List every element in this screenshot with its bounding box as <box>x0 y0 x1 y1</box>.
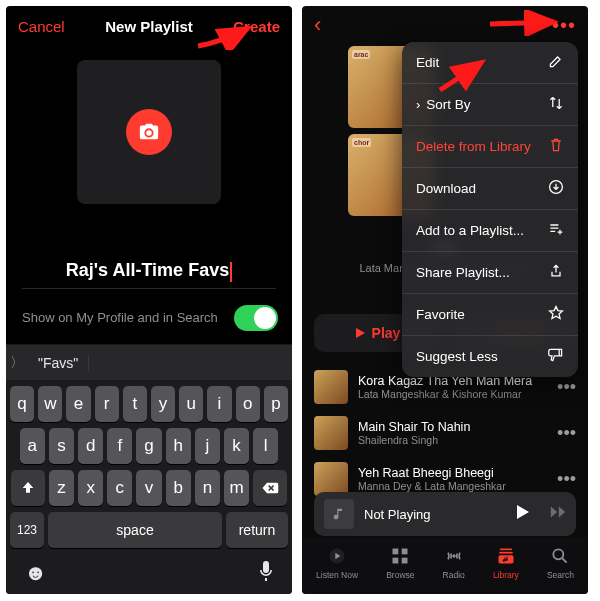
now-playing-next-button[interactable] <box>550 504 566 524</box>
key-i[interactable]: i <box>207 386 231 422</box>
key-m[interactable]: m <box>224 470 249 506</box>
menu-item-share-playlist[interactable]: Share Playlist... <box>402 252 578 294</box>
track-more-button[interactable]: ••• <box>557 377 576 398</box>
key-l[interactable]: l <box>253 428 278 464</box>
key-v[interactable]: v <box>136 470 161 506</box>
tab-label: Listen Now <box>316 570 358 580</box>
menu-item-suggest-less[interactable]: Suggest Less <box>402 336 578 377</box>
emoji-key[interactable]: ☻ <box>24 560 47 586</box>
nav-bar: Cancel New Playlist Create <box>6 6 292 40</box>
tab-radio[interactable]: Radio <box>443 546 465 580</box>
key-q[interactable]: q <box>10 386 34 422</box>
key-y[interactable]: y <box>151 386 175 422</box>
tab-library[interactable]: Library <box>493 546 519 580</box>
key-a[interactable]: a <box>20 428 45 464</box>
now-playing-bar[interactable]: Not Playing <box>314 492 576 536</box>
menu-item-delete-from-library[interactable]: Delete from Library <box>402 126 578 168</box>
menu-item-label: Download <box>416 181 476 196</box>
key-e[interactable]: e <box>66 386 90 422</box>
shift-key[interactable] <box>11 470 45 506</box>
show-on-profile-label: Show on My Profile and in Search <box>22 310 218 325</box>
key-d[interactable]: d <box>78 428 103 464</box>
tab-search[interactable]: Search <box>547 546 574 580</box>
tab-listen-now[interactable]: Listen Now <box>316 546 358 580</box>
return-key[interactable]: return <box>226 512 288 548</box>
now-playing-art <box>324 499 354 529</box>
key-x[interactable]: x <box>78 470 103 506</box>
menu-item-download[interactable]: Download <box>402 168 578 210</box>
cancel-button[interactable]: Cancel <box>18 18 65 35</box>
suggestion-item[interactable]: "Favs" <box>28 355 89 371</box>
tab-label: Browse <box>386 570 414 580</box>
space-key[interactable]: space <box>48 512 222 548</box>
more-options-button[interactable]: ••• <box>552 14 576 37</box>
key-u[interactable]: u <box>179 386 203 422</box>
menu-item-add-to-a-playlist[interactable]: Add to a Playlist... <box>402 210 578 252</box>
key-c[interactable]: c <box>107 470 132 506</box>
top-bar: ‹ ••• <box>302 6 588 36</box>
menu-item-label: Add to a Playlist... <box>416 223 524 238</box>
key-w[interactable]: w <box>38 386 62 422</box>
track-row[interactable]: Main Shair To NahinShailendra Singh••• <box>314 410 576 456</box>
menu-item-sort-by[interactable]: ›Sort By <box>402 84 578 126</box>
svg-point-5 <box>452 554 455 557</box>
track-more-button[interactable]: ••• <box>557 469 576 490</box>
context-menu: Edit›Sort ByDelete from LibraryDownloadA… <box>402 42 578 377</box>
dictation-key[interactable] <box>258 560 274 586</box>
suggestion-expand-icon[interactable]: 〉 <box>6 354 28 372</box>
share-icon <box>548 263 564 282</box>
playlist-add-icon <box>548 221 564 240</box>
back-button[interactable]: ‹ <box>314 12 321 38</box>
nav-title: New Playlist <box>105 18 193 35</box>
key-r[interactable]: r <box>95 386 119 422</box>
library-icon <box>496 546 516 568</box>
track-artist: Manna Dey & Lata Mangeshkar <box>358 480 547 492</box>
track-meta: Yeh Raat Bheegi BheegiManna Dey & Lata M… <box>358 466 547 492</box>
key-k[interactable]: k <box>224 428 249 464</box>
key-j[interactable]: j <box>195 428 220 464</box>
left-screenshot-new-playlist: Cancel New Playlist Create Raj's All-Tim… <box>6 6 292 594</box>
key-p[interactable]: p <box>264 386 288 422</box>
track-meta: Main Shair To NahinShailendra Singh <box>358 420 547 446</box>
key-b[interactable]: b <box>166 470 191 506</box>
number-key[interactable]: 123 <box>10 512 44 548</box>
sort-icon <box>548 95 564 114</box>
key-s[interactable]: s <box>49 428 74 464</box>
artwork-tag-1: arac <box>352 50 370 59</box>
playlist-name-input[interactable]: Raj's All-Time Favs <box>22 260 276 289</box>
keyboard-row-4: 123 space return <box>10 512 288 548</box>
menu-item-label: Sort By <box>426 97 470 112</box>
playlist-cover-picker[interactable] <box>77 60 221 204</box>
key-t[interactable]: t <box>123 386 147 422</box>
tab-browse[interactable]: Browse <box>386 546 414 580</box>
create-button[interactable]: Create <box>233 18 280 35</box>
svg-rect-6 <box>500 549 512 551</box>
key-z[interactable]: z <box>49 470 74 506</box>
menu-item-label: Delete from Library <box>416 139 531 154</box>
right-screenshot-playlist-menu: ‹ ••• arac chor Ra Lata Mangeshkar & Kis… <box>302 6 588 594</box>
now-playing-title: Not Playing <box>364 507 504 522</box>
pencil-icon <box>548 53 564 72</box>
track-more-button[interactable]: ••• <box>557 423 576 444</box>
menu-item-favorite[interactable]: Favorite <box>402 294 578 336</box>
now-playing-play-button[interactable] <box>514 504 530 524</box>
key-g[interactable]: g <box>136 428 161 464</box>
keyboard-bottom-row: ☻ <box>10 554 288 586</box>
tab-label: Library <box>493 570 519 580</box>
show-on-profile-row: Show on My Profile and in Search <box>6 289 292 331</box>
key-h[interactable]: h <box>166 428 191 464</box>
tab-label: Radio <box>443 570 465 580</box>
track-title: Main Shair To Nahin <box>358 420 547 434</box>
key-n[interactable]: n <box>195 470 220 506</box>
key-f[interactable]: f <box>107 428 132 464</box>
tab-bar: Listen NowBrowseRadioLibrarySearch <box>302 538 588 594</box>
track-title: Yeh Raat Bheegi Bheegi <box>358 466 547 480</box>
show-on-profile-toggle[interactable] <box>234 305 278 331</box>
menu-item-edit[interactable]: Edit <box>402 42 578 84</box>
backspace-key[interactable] <box>253 470 287 506</box>
artwork-tag-2: chor <box>352 138 371 147</box>
suggestion-bar: 〉 "Favs" <box>6 344 292 380</box>
menu-item-label: Favorite <box>416 307 465 322</box>
svg-rect-7 <box>499 552 512 554</box>
key-o[interactable]: o <box>236 386 260 422</box>
